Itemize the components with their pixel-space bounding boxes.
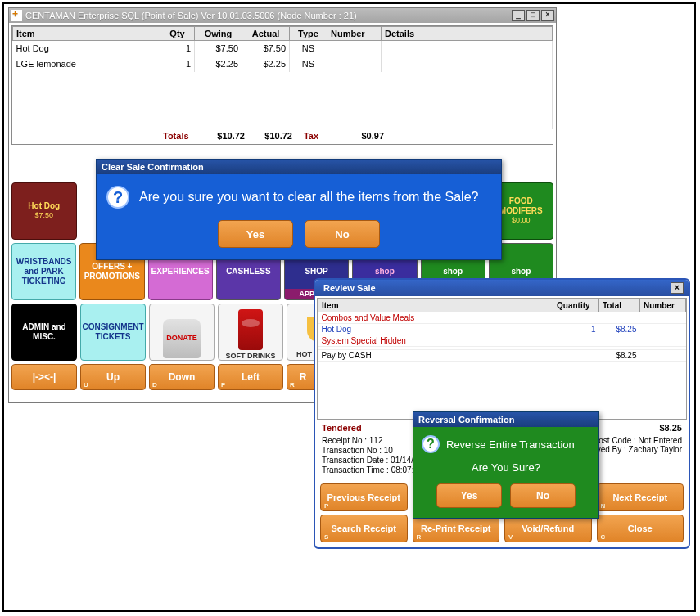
- review-close-button[interactable]: ×: [671, 282, 684, 294]
- col-number[interactable]: Number: [327, 27, 382, 41]
- table-row[interactable]: Pay by CASH $8.25: [318, 350, 686, 362]
- reversal-dialog: Reversal Confirmation ? Reverse Entire T…: [413, 411, 599, 519]
- reprint-receipt-button[interactable]: Re-Print ReceiptR: [413, 515, 500, 542]
- clear-yes-button[interactable]: Yes: [218, 220, 293, 248]
- coke-icon: [238, 309, 263, 350]
- table-row[interactable]: Combos and Value Meals: [318, 312, 686, 324]
- col-details[interactable]: Details: [382, 27, 553, 41]
- clear-no-button[interactable]: No: [305, 220, 380, 248]
- nav-up[interactable]: UpU: [80, 364, 146, 390]
- maximize-button[interactable]: □: [526, 10, 540, 21]
- nav-left[interactable]: LeftF: [218, 364, 283, 390]
- tile-wristbands[interactable]: WRISTBANDS and PARK TICKETING: [11, 243, 76, 300]
- col-type[interactable]: Type: [290, 27, 327, 41]
- pos-titlebar: CENTAMAN Enterprise SQL (Point of Sale) …: [9, 8, 556, 23]
- nav-swap[interactable]: |-><-|: [11, 364, 77, 390]
- sale-item-table: Item Qty Owing Actual Type Number Detail…: [11, 25, 553, 145]
- nav-down[interactable]: DownD: [149, 364, 215, 390]
- question-icon: ?: [422, 435, 440, 453]
- col-owing[interactable]: Owing: [195, 27, 242, 41]
- close-button[interactable]: ×: [541, 10, 554, 21]
- close-review-button[interactable]: CloseC: [597, 515, 684, 542]
- reversal-yes-button[interactable]: Yes: [436, 483, 502, 508]
- rv-col-qty[interactable]: Quantity: [553, 299, 599, 312]
- clear-sale-dialog: Clear Sale Confirmation ? Are you sure y…: [96, 159, 502, 260]
- app-icon: [11, 10, 22, 21]
- table-row[interactable]: System Special Hidden: [318, 335, 686, 347]
- col-actual[interactable]: Actual: [242, 27, 290, 41]
- prev-receipt-button[interactable]: Previous ReceiptP: [320, 483, 408, 511]
- rv-col-item[interactable]: Item: [318, 299, 553, 312]
- clear-sale-title: Clear Sale Confirmation: [97, 160, 501, 174]
- pos-title: CENTAMAN Enterprise SQL (Point of Sale) …: [25, 11, 510, 20]
- question-icon: ?: [106, 186, 129, 209]
- rv-col-number[interactable]: Number: [640, 299, 686, 312]
- clear-sale-message: Are you sure you want to clear all the i…: [139, 190, 478, 205]
- tile-donate[interactable]: [149, 304, 215, 361]
- minimize-button[interactable]: _: [512, 10, 525, 21]
- reversal-line2: Are You Sure?: [422, 461, 590, 474]
- reversal-line1: Reverse Entire Transaction: [446, 438, 575, 451]
- table-header-row: Item Qty Owing Actual Type Number Detail…: [13, 27, 553, 41]
- tile-admin[interactable]: ADMIN and MISC.: [11, 304, 77, 361]
- review-title: Review Sale: [323, 283, 376, 293]
- review-titlebar: Review Sale ×: [315, 280, 689, 296]
- totals-row: Totals $10.72 $10.72 Tax $0.97: [12, 129, 553, 144]
- tile-hotdog[interactable]: Hot Dog $7.50: [11, 182, 77, 240]
- search-receipt-button[interactable]: Search ReceiptS: [320, 515, 408, 542]
- col-qty[interactable]: Qty: [160, 27, 195, 41]
- table-row[interactable]: Hot Dog 1 $7.50 $7.50 NS: [13, 41, 553, 56]
- review-table: Item Quantity Total Number Combos and Va…: [317, 298, 687, 420]
- tile-soft-drinks[interactable]: SOFT DRINKS: [218, 304, 283, 361]
- reversal-no-button[interactable]: No: [510, 483, 576, 508]
- void-refund-button[interactable]: Void/RefundV: [504, 515, 592, 542]
- col-item[interactable]: Item: [13, 27, 160, 41]
- donate-icon: [163, 319, 201, 358]
- table-row[interactable]: LGE lemonade 1 $2.25 $2.25 NS: [13, 56, 553, 72]
- tile-consignment[interactable]: CONSIGNMENT TICKETS: [80, 304, 146, 361]
- next-receipt-button[interactable]: Next ReceiptN: [597, 483, 684, 511]
- reversal-title: Reversal Confirmation: [413, 412, 598, 427]
- table-row[interactable]: Hot Dog1 $8.25: [318, 324, 686, 335]
- rv-col-total[interactable]: Total: [599, 299, 640, 312]
